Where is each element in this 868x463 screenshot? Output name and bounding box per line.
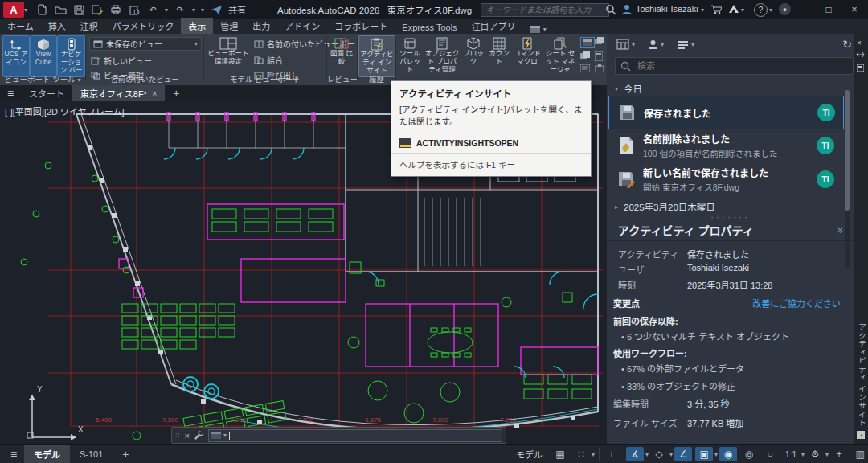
snap-mode-icon[interactable]: ∷ [572, 447, 590, 461]
isometric-drafting-icon[interactable]: ◇ [650, 447, 668, 461]
ribbon-tab-featured-apps[interactable]: 注目アプリ [465, 18, 523, 34]
palette-search-box[interactable] [615, 57, 854, 75]
search-icon[interactable] [605, 4, 616, 15]
view-dropdown[interactable]: 未保存のビュー ▾ [89, 37, 202, 51]
iso-caret-icon[interactable]: ▾ [669, 451, 673, 458]
panel-label-review[interactable]: レビュー [327, 73, 357, 84]
grid-display-icon[interactable]: ▦ [551, 447, 569, 461]
drawing-tab[interactable]: 東京オフィス8F*× [72, 85, 165, 101]
panel-label-named-views[interactable]: 名前の付いたビュー [86, 73, 203, 84]
user-menu-caret-icon[interactable]: ▾ [701, 6, 704, 14]
ribbon-tab-output[interactable]: 出力 [245, 18, 277, 34]
viewcube-toggle[interactable]: View Cube [30, 35, 57, 77]
properties-palette-button[interactable]: オブジェクト プロパティ管理 [424, 35, 460, 76]
group-header-today[interactable]: ▾ 今日 [615, 82, 642, 95]
save-as-icon[interactable] [91, 3, 104, 16]
activity-insights-button[interactable]: アクティビティ インサイト [358, 35, 395, 77]
share-label[interactable]: 共有 [228, 3, 246, 16]
history-item-purged[interactable]: 名前削除されました 100 個の項目が名前削除されました TI [608, 129, 842, 162]
feedback-link[interactable]: 改善にご協力ください [752, 297, 841, 309]
count-palette-button[interactable]: カウント [487, 35, 511, 76]
ribbon-tab-view[interactable]: 表示 [181, 18, 213, 34]
redo-icon[interactable]: ↷ [174, 3, 186, 16]
open-folder-icon[interactable] [54, 3, 67, 16]
sheets-palette-icon[interactable] [580, 51, 590, 59]
navigation-bar-toggle[interactable]: ナビゲーション バー [57, 35, 85, 77]
autodesk-menu-caret-icon[interactable]: ▾ [741, 6, 744, 14]
calculator-palette-icon[interactable] [595, 51, 603, 61]
panel-label-model-viewports[interactable]: モデル ビューポート [204, 73, 326, 84]
command-bar-drag-handle[interactable]: ⁞⁞ [175, 432, 180, 439]
activity-type-filter-button[interactable]: ▾ [616, 39, 635, 50]
palette-search-input[interactable] [636, 60, 848, 72]
annotation-scale-value[interactable]: 1:1 [782, 447, 800, 461]
blocks-palette-button[interactable]: ブロック [461, 35, 485, 76]
file-tab-menu-icon[interactable]: ≡ [0, 87, 21, 100]
print-preview-icon[interactable] [128, 3, 141, 16]
command-recent-caret-icon[interactable]: ▾ [223, 432, 227, 439]
quick-properties-icon[interactable]: ▥ [851, 447, 868, 461]
command-customize-wrench-icon[interactable] [194, 430, 204, 440]
ribbon-display-options-icon[interactable]: ▾ [530, 25, 547, 34]
ribbon-tab-addins[interactable]: アドイン [277, 18, 327, 34]
help-search-input[interactable] [485, 5, 605, 15]
save-icon[interactable] [72, 3, 85, 16]
undo-caret-icon[interactable]: ▾ [165, 6, 168, 14]
command-macros-button[interactable]: コマンド マクロ [513, 35, 542, 76]
ribbon-tab-parametric[interactable]: パラメトリック [105, 18, 182, 34]
help-caret-icon[interactable]: ▾ [769, 6, 772, 14]
scale-caret-icon[interactable]: ▾ [801, 451, 805, 458]
app-menu-caret-icon[interactable]: ▾ [24, 6, 27, 14]
command-line-bar[interactable]: ⁞⁞ × ▾ [171, 427, 506, 444]
polar-caret-icon[interactable]: ▾ [645, 451, 649, 458]
auto-hide-icon[interactable] [856, 51, 865, 58]
restore-button[interactable]: □ [817, 0, 841, 19]
command-input[interactable]: ▾ [208, 429, 502, 442]
workspace-caret-icon[interactable]: ▾ [825, 451, 829, 458]
activity-properties-header[interactable]: アクティビティ プロパティ » [607, 219, 854, 241]
osnap-caret-icon[interactable]: ▾ [714, 451, 718, 458]
user-name[interactable]: Toshiaki-Isezaki [636, 4, 698, 14]
model-space-tab[interactable]: モデル [24, 445, 70, 463]
polar-tracking-icon[interactable]: ∡ [626, 447, 644, 461]
app-menu-button[interactable]: A [3, 2, 24, 18]
new-file-icon[interactable] [35, 3, 48, 16]
snap-caret-icon[interactable]: ▾ [592, 451, 595, 458]
palette-properties-icon[interactable] [857, 64, 864, 72]
start-tab[interactable]: スタート [21, 85, 72, 101]
text-window-toggle-icon[interactable] [580, 37, 595, 48]
palette-vertical-title[interactable]: アクティビティ インサイト [856, 323, 867, 428]
drawing-compare-button[interactable]: 図面 比較 [328, 35, 355, 76]
crosshair-icon[interactable]: + [830, 447, 848, 461]
view-options-button[interactable]: ▾ [677, 40, 694, 49]
workspace-icon[interactable]: ⚙ [806, 447, 824, 461]
view-dropdown-caret-icon[interactable]: ▾ [194, 40, 198, 47]
group-header-march20[interactable]: ▸ 2025年3月20日木曜日 [615, 200, 715, 213]
close-button[interactable]: × [842, 0, 866, 19]
command-bar-close-icon[interactable]: × [184, 431, 189, 440]
help-search-box[interactable] [481, 3, 609, 17]
sheet-set-manager-button[interactable]: シート セット マネージャ [543, 35, 577, 76]
model-paper-toggle[interactable]: モデル [516, 448, 542, 461]
collapse-caret-icon[interactable]: ▾ [615, 85, 618, 92]
viewport-configuration-button[interactable]: ビューポート 環境設定 [207, 35, 250, 76]
signed-in-user-icon[interactable] [621, 4, 633, 15]
new-view-button[interactable]: 新しいビュー [91, 55, 152, 67]
new-layout-button[interactable]: + [113, 445, 138, 463]
redo-caret-icon[interactable]: ▾ [192, 6, 195, 14]
new-drawing-tab-button[interactable]: + [165, 85, 187, 101]
layout-menu-icon[interactable]: ≡ [5, 447, 23, 461]
minimize-button[interactable]: – [791, 0, 815, 19]
annotation-visibility-icon[interactable]: ◉ [719, 447, 737, 461]
basepoint-palette-icon[interactable] [595, 64, 604, 72]
share-plane-icon[interactable] [210, 3, 223, 16]
tool-palettes-button[interactable]: ツール パレット [397, 35, 423, 76]
ribbon-tab-manage[interactable]: 管理 [213, 18, 245, 34]
layer-palette-icon[interactable] [595, 37, 604, 45]
palette-scrollbar[interactable] [845, 90, 850, 268]
refresh-icon[interactable]: ↻ [842, 38, 852, 51]
user-filter-button[interactable]: ▾ [648, 39, 664, 50]
layout-tab-s101[interactable]: S-101 [70, 445, 113, 463]
panel-label-viewport-tools[interactable]: ビューポート ツール ▾ [0, 73, 85, 84]
notification-icon[interactable]: ● [779, 3, 791, 15]
